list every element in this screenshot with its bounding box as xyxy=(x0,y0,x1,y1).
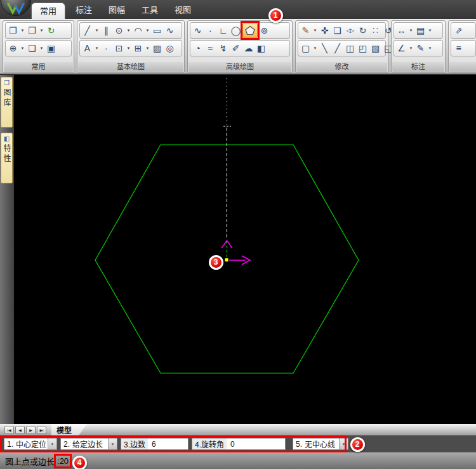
command-options-bar: 1.中心定位▼2.给定边长▼3.边数64.旋转角05.无中心线▼ 2 xyxy=(0,435,476,452)
ribbon-group-label: 基本绘图 xyxy=(78,62,183,72)
chevron-down-icon[interactable]: ▼ xyxy=(39,41,44,55)
drawing-canvas[interactable] xyxy=(14,75,476,424)
ellipse-icon[interactable]: ◯ xyxy=(230,23,242,37)
icon-row: ✎▼✜❏◁▷↻∷↺ xyxy=(298,22,386,39)
chevron-down-icon[interactable]: ▼ xyxy=(339,439,348,449)
pie-icon[interactable]: ◔ xyxy=(192,41,204,55)
tab-view[interactable]: 视图 xyxy=(166,1,199,19)
solid-icon[interactable]: ◧ xyxy=(255,41,267,55)
chevron-down-icon[interactable]: ▼ xyxy=(20,41,25,55)
curve-icon[interactable]: ∿ xyxy=(192,23,204,37)
line-width-icon[interactable]: ≡ xyxy=(453,41,465,55)
zoom-icon[interactable]: ⊕ xyxy=(7,41,19,55)
parallel-icon[interactable]: ∥ xyxy=(100,23,112,37)
tab-sheet[interactable]: 图幅 xyxy=(100,1,133,19)
sheet-tab-bar: |◀ ◀ ▶ ▶| 模型 xyxy=(0,424,476,435)
explode-icon[interactable]: ◰ xyxy=(357,41,369,55)
chevron-down-icon[interactable]: ▼ xyxy=(145,41,150,55)
option-size-mode[interactable]: 2.给定边长▼ xyxy=(60,438,117,450)
chevron-down-icon[interactable]: ▼ xyxy=(39,23,44,37)
paste-icon[interactable]: ❒ xyxy=(26,23,38,37)
box-3d-icon[interactable]: ▧ xyxy=(369,41,381,55)
extend-icon[interactable]: ╱ xyxy=(331,41,343,55)
chevron-down-icon[interactable]: ▼ xyxy=(108,439,117,449)
rotate-icon[interactable]: ↻ xyxy=(357,23,369,37)
tab-strip: 常用 标注 图幅 工具 视图 xyxy=(29,0,199,19)
chevron-down-icon[interactable]: ▼ xyxy=(94,23,100,37)
circle-icon[interactable]: ⊙ xyxy=(113,23,125,37)
cloud-line-icon[interactable]: ☁ xyxy=(242,41,255,55)
chevron-down-icon[interactable]: ▼ xyxy=(427,23,433,37)
app-logo[interactable] xyxy=(1,0,31,16)
option-rotation-angle[interactable]: 4.旋转角0 xyxy=(192,438,286,450)
text-icon[interactable]: A xyxy=(81,41,93,55)
hatch-icon[interactable]: ▨ xyxy=(151,41,163,55)
select-icon[interactable]: ▢ xyxy=(300,41,312,55)
polygon-button[interactable] xyxy=(242,23,258,38)
table-icon[interactable]: ⊞ xyxy=(132,41,144,55)
point-icon[interactable]: ∙ xyxy=(100,41,112,55)
display-icon[interactable]: ▣ xyxy=(45,41,57,55)
chevron-down-icon[interactable]: ▼ xyxy=(408,41,414,55)
chevron-down-icon[interactable]: ▼ xyxy=(427,41,433,55)
option-label: 3.边数 xyxy=(121,439,148,449)
chevron-down-icon[interactable]: ▼ xyxy=(408,23,414,37)
sidebar-tab-properties[interactable]: ◧ 特性 xyxy=(1,133,13,183)
option-edge-count[interactable]: 3.边数6 xyxy=(121,438,188,450)
erase-icon[interactable]: ✎ xyxy=(300,23,312,37)
print-preview-icon[interactable]: ❏ xyxy=(26,41,38,55)
style-manager-icon[interactable]: ⇗ xyxy=(453,23,465,37)
last-sheet-button[interactable]: ▶| xyxy=(37,426,46,434)
wave-line-icon[interactable]: ≈ xyxy=(204,41,216,55)
tab-dimension[interactable]: 标注 xyxy=(67,1,100,19)
chevron-down-icon[interactable]: ▼ xyxy=(20,23,25,37)
chevron-down-icon[interactable]: ▼ xyxy=(126,23,131,37)
option-input[interactable]: 6 xyxy=(148,440,188,449)
dim-edit-icon[interactable]: ✎ xyxy=(414,41,426,55)
pointer-icon[interactable]: ✐ xyxy=(230,41,242,55)
chevron-down-icon[interactable]: ▼ xyxy=(312,23,318,37)
chevron-down-icon[interactable]: ▼ xyxy=(145,23,150,37)
revolve-icon[interactable]: ⊚ xyxy=(258,23,270,37)
linear-dim-icon[interactable]: ↔ xyxy=(395,23,407,37)
rectangle-icon[interactable]: ▭ xyxy=(151,23,163,37)
chevron-down-icon[interactable]: ▼ xyxy=(312,41,318,55)
mirror-icon[interactable]: ◁▷ xyxy=(344,23,356,37)
copy-icon[interactable]: ❐ xyxy=(7,23,19,37)
option-position-mode[interactable]: 1.中心定位▼ xyxy=(4,438,57,450)
first-sheet-button[interactable]: |◀ xyxy=(4,426,14,434)
point-style-icon[interactable]: ∙ xyxy=(204,23,216,37)
ribbon-group-label xyxy=(449,62,476,72)
ribbon-group-extra: ⇗≡ xyxy=(448,20,476,73)
callout-icon[interactable]: ⊡ xyxy=(113,41,125,55)
option-centerline-mode[interactable]: 5.无中心线▼ xyxy=(293,438,348,450)
spline-icon[interactable]: ∿ xyxy=(164,23,176,37)
coord-dim-icon[interactable]: ▤ xyxy=(414,23,426,37)
sidebar-tab-library[interactable]: ❐ 图库 xyxy=(1,77,13,128)
annotation-badge-3: 3 xyxy=(209,255,223,270)
chevron-down-icon[interactable]: ▼ xyxy=(126,41,131,55)
line-icon[interactable]: ╱ xyxy=(81,23,93,37)
sidebar-tab-properties-label: 特性 xyxy=(1,144,12,164)
tab-model[interactable]: 模型 xyxy=(51,424,87,435)
next-sheet-button[interactable]: ▶ xyxy=(26,426,36,434)
option-input[interactable]: 0 xyxy=(227,440,285,449)
chevron-down-icon[interactable]: ▼ xyxy=(94,41,100,55)
move-icon[interactable]: ✜ xyxy=(319,23,331,37)
region-icon[interactable]: ◎ xyxy=(164,41,176,55)
arc-icon[interactable]: ◠ xyxy=(132,23,144,37)
array-icon[interactable]: ∷ xyxy=(369,23,381,37)
break-line-icon[interactable]: ↯ xyxy=(217,41,229,55)
tab-tools[interactable]: 工具 xyxy=(133,1,166,19)
copy-object-icon[interactable]: ❏ xyxy=(331,23,343,37)
chevron-down-icon[interactable]: ▼ xyxy=(48,439,56,449)
status-value-highlight: :20 xyxy=(54,454,72,468)
tab-common[interactable]: 常用 xyxy=(32,3,65,19)
trim-icon[interactable]: ╲ xyxy=(319,41,331,55)
ribbon: ❐▼❒▼↻⊕▼❏▼▣常用╱▼∥⊙▼◠▼▭∿A▼∙⊡▼⊞▼▨◎基本绘图∿∙∟◯⊚◔… xyxy=(0,19,476,75)
stretch-icon[interactable]: ◫ xyxy=(344,41,356,55)
angle-dim-icon[interactable]: ∠ xyxy=(395,41,407,55)
refresh-icon[interactable]: ↻ xyxy=(45,23,57,37)
prev-sheet-button[interactable]: ◀ xyxy=(15,426,25,434)
formula-curve-icon[interactable]: ∟ xyxy=(217,23,229,37)
